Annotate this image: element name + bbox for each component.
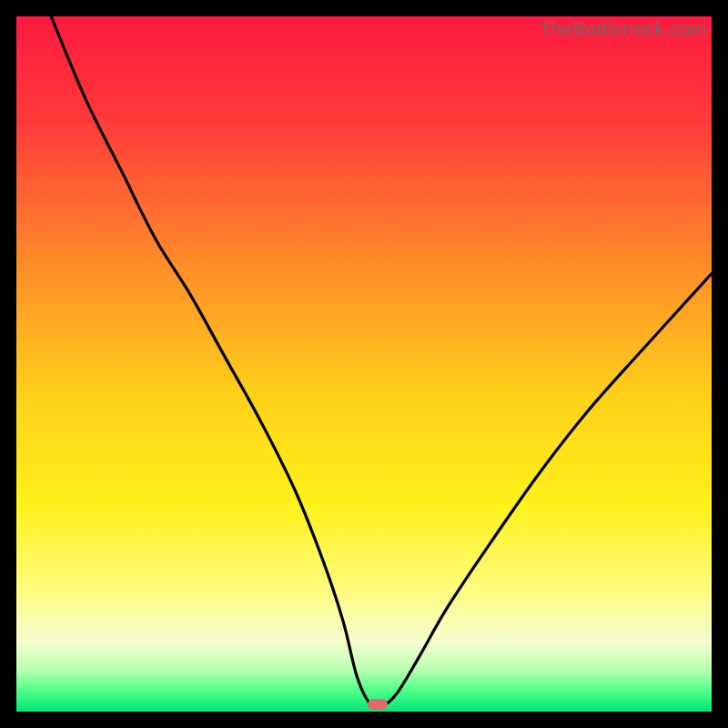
chart-stage: TheBottleneck.com [0,0,728,728]
plot-area: TheBottleneck.com [16,16,712,712]
watermark-label: TheBottleneck.com [540,18,706,40]
bottleneck-curve [16,16,712,712]
optimum-marker [368,699,388,710]
